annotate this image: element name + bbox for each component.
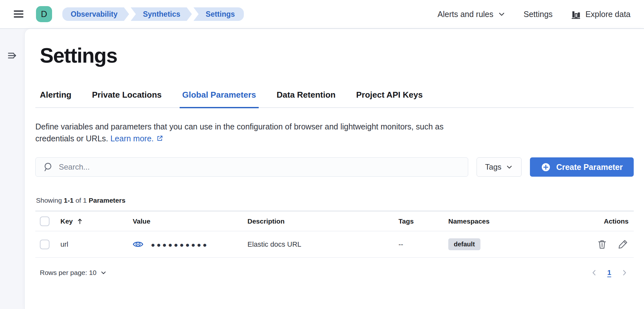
chevron-down-icon [498,10,505,18]
row-tags-cell: -- [394,240,444,249]
top-header: D Observability Synthetics Settings Aler… [0,0,644,29]
tab-project-api-keys[interactable]: Project API Keys [353,90,425,108]
search-icon [43,162,53,172]
rows-per-page-label: Rows per page: 10 [40,269,96,277]
page-number-button[interactable]: 1 [607,269,611,277]
top-header-left: D Observability Synthetics Settings [13,6,244,22]
rows-per-page-button[interactable]: Rows per page: 10 [40,269,107,277]
namespace-badge: default [448,238,480,250]
select-all-checkbox[interactable] [40,216,49,226]
breadcrumb-settings[interactable]: Settings [193,7,244,21]
nav-alerts-label: Alerts and rules [438,10,494,19]
nav-explore-label: Explore data [586,10,631,19]
row-namespaces-cell: default [444,238,586,250]
tab-private-locations[interactable]: Private Locations [89,90,164,108]
delete-parameter-button[interactable] [597,239,607,249]
nav-explore-data[interactable]: Explore data [571,9,631,19]
sort-ascending-icon [76,217,84,225]
chevron-down-icon [100,269,107,276]
masked-value: •••••••••• [151,244,209,245]
tags-filter-label: Tags [485,163,502,172]
summary-entity: Parameters [89,197,125,204]
pencil-icon [618,239,628,249]
row-value-cell: •••••••••• [128,239,243,250]
page-description: Define variables and parameters that you… [35,121,614,145]
search-input[interactable] [59,163,460,172]
row-key-cell: url [56,240,128,249]
summary-prefix: Showing [36,197,62,204]
main-panel: Settings Alerting Private Locations Glob… [25,29,644,309]
edit-parameter-button[interactable] [618,239,628,249]
eye-icon [133,239,143,250]
column-header-key[interactable]: Key [56,217,128,225]
description-line2: credentials or URLs. [35,134,108,143]
description-line1: Define variables and parameters that you… [35,122,443,131]
chevron-left-icon [590,269,598,277]
row-description-cell: Elastic docs URL [243,240,394,249]
trash-icon [597,239,607,249]
column-header-actions: Actions [586,217,634,225]
collapsed-sidebar [0,29,25,309]
table-row: url •••••••••• Elastic docs URL -- [35,231,634,258]
column-header-namespaces: Namespaces [444,217,586,225]
tab-global-parameters[interactable]: Global Parameters [180,90,259,108]
top-header-right: Alerts and rules Settings Explore data [438,9,631,19]
reveal-value-button[interactable] [133,239,143,250]
tab-alerting[interactable]: Alerting [37,90,74,108]
create-parameter-button[interactable]: Create Parameter [530,157,634,177]
expand-sidebar-button[interactable] [7,50,18,62]
breadcrumb: Observability Synthetics Settings [62,7,244,21]
nav-alerts-and-rules[interactable]: Alerts and rules [438,10,506,19]
table-summary: Showing 1-1 of 1 Parameters [35,197,634,204]
external-link-icon [156,135,163,142]
chevron-down-icon [506,163,513,171]
column-key-label: Key [60,217,73,225]
toolbar: Tags Create Parameter [35,157,634,177]
summary-of: of 1 [76,197,87,204]
table-footer: Rows per page: 10 1 [35,269,634,277]
menu-right-icon [7,50,18,61]
nav-settings[interactable]: Settings [523,10,552,19]
table-header-row: Key Value Description Tags Namespaces Ac… [35,211,634,231]
parameters-table: Key Value Description Tags Namespaces Ac… [35,211,634,258]
hamburger-icon [13,9,25,19]
select-all-cell [35,216,56,226]
tab-bar: Alerting Private Locations Global Parame… [35,90,634,108]
summary-range: 1-1 [64,197,74,204]
chevron-right-icon [620,269,629,277]
row-select-cell [35,240,56,249]
breadcrumb-observability[interactable]: Observability [62,7,129,21]
column-header-tags: Tags [394,217,444,225]
pagination: 1 [590,269,629,277]
learn-more-link[interactable]: Learn more. [110,134,154,143]
column-header-value: Value [128,217,243,225]
breadcrumb-synthetics[interactable]: Synthetics [131,7,192,21]
bar-chart-icon [571,9,581,19]
page-title: Settings [40,44,634,67]
app-root: D Observability Synthetics Settings Aler… [0,0,644,309]
tags-filter-button[interactable]: Tags [477,157,522,177]
next-page-button[interactable] [620,269,629,277]
row-checkbox[interactable] [40,240,49,249]
previous-page-button[interactable] [590,269,598,277]
row-actions-cell [586,239,634,249]
avatar[interactable]: D [36,6,52,22]
shell: Settings Alerting Private Locations Glob… [0,29,644,309]
plus-in-circle-icon [541,162,551,172]
create-parameter-label: Create Parameter [556,163,623,172]
search-box [35,157,468,177]
tab-data-retention[interactable]: Data Retention [274,90,338,108]
column-header-description: Description [243,217,394,225]
menu-icon[interactable] [13,9,25,19]
